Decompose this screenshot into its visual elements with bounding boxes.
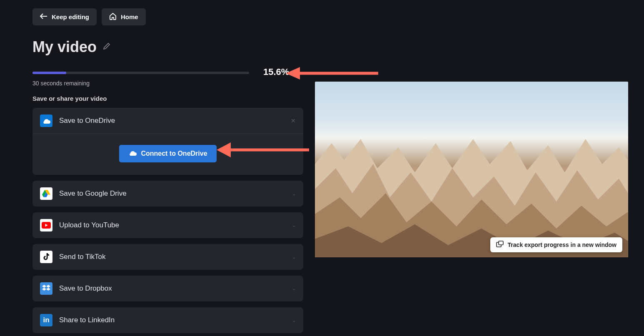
- header-buttons: Keep editing Home: [0, 0, 644, 25]
- share-header-youtube[interactable]: Upload to YouTube ⌄: [32, 212, 303, 238]
- share-label-youtube: Upload to YouTube: [59, 221, 119, 229]
- page-title: My video: [32, 38, 97, 56]
- keep-editing-button[interactable]: Keep editing: [32, 8, 97, 25]
- share-card-youtube: Upload to YouTube ⌄: [32, 212, 303, 238]
- share-label-onedrive: Save to OneDrive: [59, 117, 115, 125]
- chevron-down-icon: ⌄: [292, 286, 296, 291]
- gdrive-icon: [40, 187, 52, 200]
- svg-rect-2: [499, 241, 503, 245]
- progress-fill: [32, 72, 66, 74]
- progress-bar: [32, 72, 249, 74]
- close-icon[interactable]: ✕: [291, 117, 296, 124]
- time-remaining: 30 seconds remaining: [32, 80, 303, 87]
- chevron-down-icon: ⌄: [292, 223, 296, 228]
- share-card-tiktok: Send to TikTok ⌄: [32, 244, 303, 270]
- keep-editing-label: Keep editing: [52, 13, 89, 20]
- share-header-gdrive[interactable]: Save to Google Drive ⌄: [32, 181, 303, 207]
- onedrive-icon: [40, 114, 52, 127]
- edit-title-button[interactable]: [102, 42, 111, 52]
- dropbox-icon: [40, 282, 52, 295]
- share-label-gdrive: Save to Google Drive: [59, 189, 127, 198]
- share-body-onedrive: Connect to OneDrive: [32, 134, 303, 162]
- tiktok-icon: [40, 251, 52, 263]
- share-header-onedrive[interactable]: Save to OneDrive ✕: [32, 108, 303, 134]
- cloud-icon: [128, 150, 137, 157]
- home-button[interactable]: Home: [102, 8, 146, 25]
- title-row: My video: [32, 38, 303, 56]
- share-card-gdrive: Save to Google Drive ⌄: [32, 181, 303, 207]
- youtube-icon: [40, 219, 52, 231]
- track-export-label: Track export progress in a new window: [508, 241, 617, 248]
- preview-thumbnail: [315, 82, 628, 257]
- export-panel: My video 15.6% 30 seconds remaining Save…: [32, 38, 303, 336]
- share-card-onedrive: Save to OneDrive ✕ Connect to OneDrive: [32, 108, 303, 175]
- connect-onedrive-button[interactable]: Connect to OneDrive: [119, 145, 216, 162]
- progress-percent: 15.6%: [263, 67, 289, 77]
- share-header-dropbox[interactable]: Save to Dropbox ⌄: [32, 276, 303, 301]
- progress-row: 15.6%: [32, 72, 303, 74]
- popout-window-icon: [496, 241, 504, 249]
- arrow-left-icon: [40, 13, 47, 20]
- share-label-tiktok: Send to TikTok: [59, 253, 106, 261]
- share-label-dropbox: Save to Dropbox: [59, 284, 112, 293]
- track-export-button[interactable]: Track export progress in a new window: [490, 237, 622, 252]
- share-header-linkedin[interactable]: in Share to LinkedIn ⌄: [32, 307, 303, 333]
- share-card-dropbox: Save to Dropbox ⌄: [32, 276, 303, 301]
- chevron-down-icon: ⌄: [292, 318, 296, 323]
- chevron-down-icon: ⌄: [292, 191, 296, 197]
- chevron-down-icon: ⌄: [292, 254, 296, 260]
- home-icon: [109, 12, 117, 21]
- share-label-linkedin: Share to LinkedIn: [59, 316, 115, 324]
- connect-onedrive-label: Connect to OneDrive: [141, 150, 207, 157]
- home-label: Home: [121, 13, 138, 20]
- share-card-linkedin: in Share to LinkedIn ⌄: [32, 307, 303, 333]
- section-label: Save or share your video: [32, 95, 303, 102]
- share-header-tiktok[interactable]: Send to TikTok ⌄: [32, 244, 303, 270]
- linkedin-icon: in: [40, 314, 52, 326]
- video-preview: Track export progress in a new window: [315, 82, 628, 257]
